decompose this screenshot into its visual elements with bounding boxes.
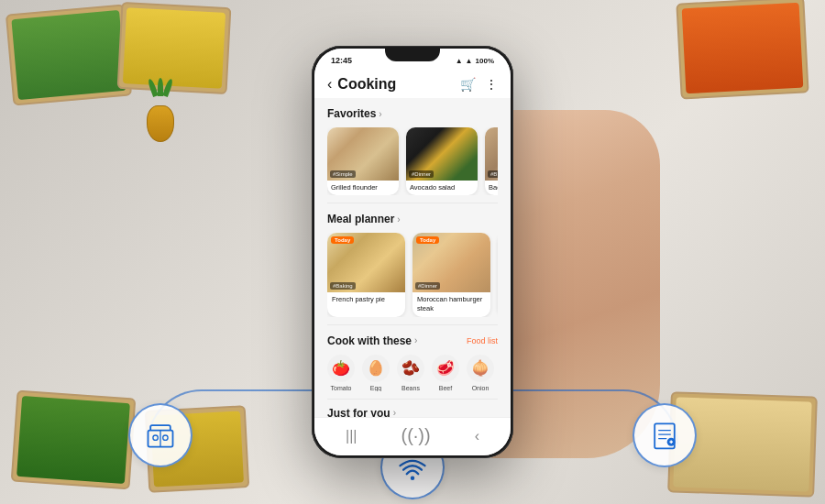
phone-notch xyxy=(385,49,440,61)
card-label-avocado: Avocado salad xyxy=(406,181,478,195)
nav-menu-icon[interactable]: ||| xyxy=(346,428,357,444)
planner-label-moroccan: Moroccan hamburger steak xyxy=(412,292,490,317)
today-badge-2: Today xyxy=(416,236,439,244)
just-for-you-section: Just for you › xyxy=(314,403,511,418)
meal-planner-arrow: › xyxy=(397,214,400,225)
favorites-cards-row: #Simple Grilled flounder #Dinner Avocado… xyxy=(327,127,498,195)
card-image-grilled: #Simple xyxy=(327,127,399,181)
battery-icon: 100% xyxy=(476,57,494,65)
bottom-nav: ||| ((·)) ‹ xyxy=(314,417,511,455)
card-tag-dinner: #Dinner xyxy=(409,170,434,178)
planner-tag-baking: #Baking xyxy=(330,282,356,290)
tomato-icon: 🍅 xyxy=(327,355,355,382)
favorites-title: Favorites xyxy=(327,107,376,120)
phone: 12:45 ▲ ▲ 100% ‹ Cooking 🛒 ⋮ xyxy=(312,46,513,458)
onion-label: Onion xyxy=(472,385,490,391)
card-image-third: #B xyxy=(485,127,498,181)
card-image-avocado: #Dinner xyxy=(406,127,478,181)
cook-title: Cook with these xyxy=(327,334,412,347)
planner-image-moroccan: Today #Dinner xyxy=(412,233,490,292)
ingredient-beans[interactable]: 🫘 Beans xyxy=(397,355,424,391)
crate-carrots xyxy=(676,0,808,100)
signal-icon: ▲ xyxy=(456,57,463,65)
just-arrow: › xyxy=(393,408,396,417)
beef-icon: 🥩 xyxy=(432,355,459,382)
meal-planner-section: Meal planner › Today #Baking French past… xyxy=(314,207,511,321)
planner-image-pastry: Today #Baking xyxy=(327,233,405,292)
meal-planner-cards-row: Today #Baking French pastry pie Today #D… xyxy=(327,233,498,317)
food-box-icon-circle[interactable] xyxy=(128,403,192,467)
ingredient-tomato[interactable]: 🍅 Tomato xyxy=(327,355,355,391)
app-title: Cooking xyxy=(337,76,396,93)
ingredient-egg[interactable]: 🥚 Egg xyxy=(362,355,390,391)
meal-planner-title: Meal planner xyxy=(327,213,394,225)
planner-tag-dinner2: #Dinner xyxy=(415,282,440,290)
header-right: 🛒 ⋮ xyxy=(460,77,498,92)
crate-yellow xyxy=(117,2,232,94)
food-box-svg xyxy=(144,419,177,452)
wifi-icon: ▲ xyxy=(466,57,473,65)
planner-card-pastry[interactable]: Today #Baking French pastry pie xyxy=(327,233,405,317)
ingredient-beef[interactable]: 🥩 Beef xyxy=(432,355,459,391)
status-time: 12:45 xyxy=(331,56,352,65)
planner-card-moroccan[interactable]: Today #Dinner Moroccan hamburger steak xyxy=(412,233,490,317)
divider-2 xyxy=(327,324,498,325)
cook-header: Cook with these › Food list xyxy=(327,334,498,347)
cook-with-these-section: Cook with these › Food list 🍅 Tomato 🥚 E… xyxy=(314,329,511,395)
crate-greens xyxy=(11,390,137,490)
svg-point-2 xyxy=(153,435,158,440)
cook-arrow: › xyxy=(414,335,417,345)
app-content[interactable]: Favorites › #Simple Grilled flounder xyxy=(314,98,511,417)
phone-device: 12:45 ▲ ▲ 100% ‹ Cooking 🛒 ⋮ xyxy=(312,46,513,458)
card-label-third: Bac... xyxy=(485,181,498,195)
phone-screen: 12:45 ▲ ▲ 100% ‹ Cooking 🛒 ⋮ xyxy=(314,49,511,455)
recipe-card-third[interactable]: #B Bac... xyxy=(485,127,498,195)
back-button[interactable]: ‹ xyxy=(327,76,332,93)
egg-icon: 🥚 xyxy=(362,355,390,382)
just-title: Just for you xyxy=(327,407,390,418)
header-left: ‹ Cooking xyxy=(327,76,396,93)
tomato-label: Tomato xyxy=(331,385,352,391)
beef-label: Beef xyxy=(439,385,452,391)
cart-icon[interactable]: 🛒 xyxy=(460,77,476,92)
more-icon[interactable]: ⋮ xyxy=(485,77,498,92)
svg-point-3 xyxy=(163,435,168,440)
favorites-header[interactable]: Favorites › xyxy=(327,107,498,120)
favorites-arrow: › xyxy=(379,109,381,119)
today-badge-1: Today xyxy=(331,236,354,244)
nav-back-icon[interactable]: ‹ xyxy=(475,428,479,444)
recipe-card-grilled[interactable]: #Simple Grilled flounder xyxy=(327,127,399,195)
ingredients-row: 🍅 Tomato 🥚 Egg 🫘 Beans 🥩 xyxy=(327,355,498,391)
food-list-link[interactable]: Food list xyxy=(467,336,498,345)
divider-1 xyxy=(327,203,498,203)
cook-title-area[interactable]: Cook with these › xyxy=(327,334,417,347)
favorites-section: Favorites › #Simple Grilled flounder xyxy=(314,102,511,199)
egg-label: Egg xyxy=(370,385,381,391)
onion-icon: 🧅 xyxy=(467,355,494,382)
divider-3 xyxy=(327,399,498,400)
status-icons: ▲ ▲ 100% xyxy=(456,57,494,65)
crate-green-beans xyxy=(6,5,132,106)
card-label-grilled: Grilled flounder xyxy=(327,181,399,195)
nav-wifi-icon[interactable]: ((·)) xyxy=(401,425,430,446)
recipe-board-icon-circle[interactable] xyxy=(632,403,697,467)
beans-label: Beans xyxy=(402,385,420,391)
recipe-board-svg xyxy=(648,419,681,452)
just-header[interactable]: Just for you › xyxy=(327,407,498,418)
pineapple-decoration xyxy=(142,82,179,137)
ingredient-onion[interactable]: 🧅 Onion xyxy=(467,355,494,391)
card-tag-third: #B xyxy=(488,170,498,178)
card-tag-simple: #Simple xyxy=(330,170,356,178)
planner-label-pastry: French pastry pie xyxy=(327,292,405,308)
meal-planner-header[interactable]: Meal planner › xyxy=(327,213,498,225)
app-header: ‹ Cooking 🛒 ⋮ xyxy=(314,69,511,98)
recipe-card-avocado[interactable]: #Dinner Avocado salad xyxy=(406,127,478,195)
beans-icon: 🫘 xyxy=(397,355,424,382)
svg-point-4 xyxy=(411,476,415,480)
